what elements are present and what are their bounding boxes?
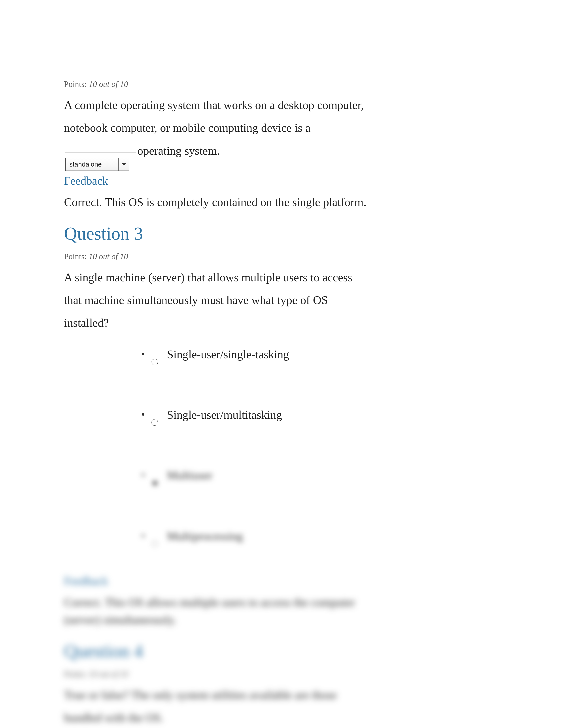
radio-button[interactable] bbox=[151, 469, 167, 488]
points-line: Points: 10 out of 10 bbox=[64, 669, 371, 679]
question-heading: Question 3 bbox=[64, 223, 371, 244]
q2-stem-post: operating system. bbox=[137, 144, 220, 157]
q3-stem: A single machine (server) that allows mu… bbox=[64, 266, 371, 334]
points-label: Points: bbox=[64, 670, 89, 679]
question-heading: Question 4 bbox=[64, 641, 371, 662]
bullet-icon: • bbox=[141, 409, 145, 420]
q3-options: • Single-user/single-tasking • Single-us… bbox=[141, 348, 371, 548]
blurred-content: Feedback Correct. This OS allows multipl… bbox=[64, 574, 371, 728]
q3-block: Question 3 Points: 10 out of 10 A single… bbox=[64, 223, 371, 728]
feedback-heading: Feedback bbox=[64, 174, 371, 187]
answer-dropdown[interactable]: standalone bbox=[65, 158, 129, 171]
radio-button[interactable] bbox=[151, 408, 167, 427]
points-label: Points: bbox=[64, 252, 89, 261]
radio-button[interactable] bbox=[151, 529, 167, 548]
option-label: Multiprocessing bbox=[167, 529, 243, 543]
radio-button[interactable] bbox=[151, 348, 167, 366]
feedback-text: Correct. This OS is completely contained… bbox=[64, 193, 371, 211]
option-label: Single-user/single-tasking bbox=[167, 348, 289, 361]
points-value: 10 out of 10 bbox=[89, 80, 128, 89]
points-value: 10 out of 10 bbox=[89, 252, 128, 261]
option-row[interactable]: • Multiprocessing bbox=[141, 529, 371, 548]
points-line: Points: 10 out of 10 bbox=[64, 79, 371, 89]
q2-stem-pre: A complete operating system that works o… bbox=[64, 99, 364, 134]
feedback-text: Correct. This OS allows multiple users t… bbox=[64, 594, 371, 629]
quiz-page: Points: 10 out of 10 A complete operatin… bbox=[0, 0, 435, 728]
option-label: Multiuser bbox=[167, 469, 212, 482]
points-label: Points: bbox=[64, 80, 89, 89]
option-label: Single-user/multitasking bbox=[167, 408, 282, 421]
points-line: Points: 10 out of 10 bbox=[64, 252, 371, 261]
chevron-down-icon bbox=[118, 158, 129, 171]
q2-block: Points: 10 out of 10 A complete operatin… bbox=[64, 79, 371, 211]
option-row[interactable]: • Single-user/multitasking bbox=[141, 408, 371, 427]
feedback-heading: Feedback bbox=[64, 574, 371, 587]
q4-stem: True or false? The only system utilities… bbox=[64, 684, 371, 728]
bullet-icon: • bbox=[141, 470, 145, 480]
fill-blank: standalone bbox=[65, 145, 136, 157]
dropdown-value: standalone bbox=[69, 161, 102, 168]
q2-stem: A complete operating system that works o… bbox=[64, 94, 371, 162]
option-row[interactable]: • Multiuser bbox=[141, 469, 371, 488]
blank-underline bbox=[65, 152, 136, 152]
option-row[interactable]: • Single-user/single-tasking bbox=[141, 348, 371, 366]
bullet-icon: • bbox=[141, 531, 145, 541]
bullet-icon: • bbox=[141, 349, 145, 359]
points-value: 10 out of 10 bbox=[89, 670, 128, 679]
